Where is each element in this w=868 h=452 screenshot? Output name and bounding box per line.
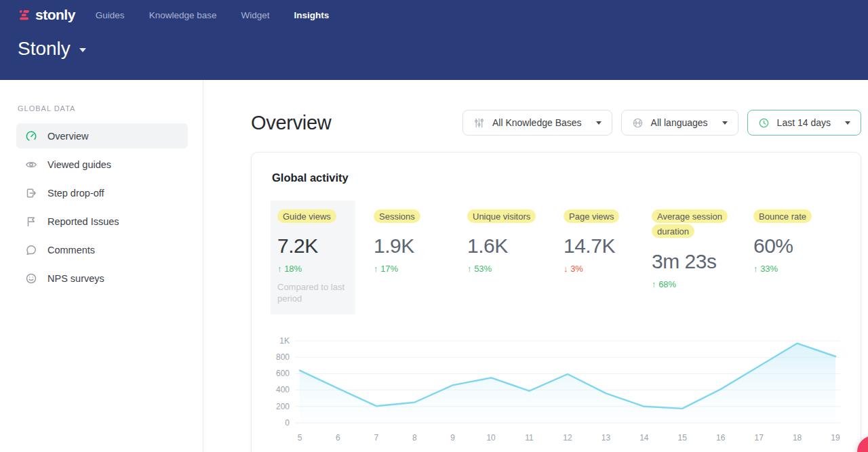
globe-icon bbox=[632, 117, 644, 129]
metric-change: ↑ 17% bbox=[374, 264, 467, 274]
metric-avg-session-duration[interactable]: Average session duration 3m 23s ↑ 68% bbox=[652, 201, 753, 314]
arrow-up-icon: ↑ bbox=[652, 279, 656, 289]
sidebar: GLOBAL DATA Overview Viewed guides bbox=[0, 80, 203, 452]
metric-change: ↑ 53% bbox=[467, 264, 564, 274]
workspace-selector[interactable]: Stonly bbox=[0, 23, 868, 60]
x-tick-label: 10 bbox=[486, 433, 495, 443]
chevron-down-icon bbox=[845, 121, 850, 125]
nav-link-guides[interactable]: Guides bbox=[96, 10, 125, 20]
x-tick-label: 7 bbox=[374, 433, 379, 443]
card-title: Global activity bbox=[272, 171, 840, 184]
y-tick-label: 1K bbox=[279, 336, 290, 346]
gauge-icon bbox=[25, 130, 37, 142]
metrics-row: Guide views 7.2K ↑ 18% Compared to last … bbox=[271, 201, 840, 314]
sidebar-item-label: Reported Issues bbox=[47, 216, 119, 227]
comment-icon bbox=[25, 244, 37, 256]
sidebar-item-label: Comments bbox=[47, 245, 95, 255]
workspace-name: Stonly bbox=[18, 38, 71, 60]
eye-icon bbox=[25, 159, 37, 171]
date-range-dropdown[interactable]: Last 14 days bbox=[747, 110, 861, 136]
stonly-logo-text: stonly bbox=[35, 7, 75, 23]
metric-label: Bounce rate bbox=[753, 209, 812, 223]
nav-link-widget[interactable]: Widget bbox=[241, 10, 269, 20]
nav-link-knowledge-base[interactable]: Knowledge base bbox=[149, 10, 217, 20]
page-title: Overview bbox=[251, 112, 331, 134]
smiley-icon bbox=[25, 272, 37, 285]
metric-page-views[interactable]: Page views 14.7K ↓ 3% bbox=[564, 201, 652, 314]
metric-change: ↑ 68% bbox=[652, 279, 753, 289]
sidebar-item-comments[interactable]: Comments bbox=[16, 237, 188, 262]
metric-sessions[interactable]: Sessions 1.9K ↑ 17% bbox=[374, 201, 467, 314]
sliders-icon bbox=[473, 117, 485, 129]
sidebar-item-step-drop-off[interactable]: Step drop-off bbox=[16, 180, 188, 205]
x-tick-label: 12 bbox=[563, 433, 572, 443]
stonly-logo[interactable]: stonly bbox=[18, 7, 75, 23]
chevron-down-icon bbox=[79, 48, 86, 52]
sidebar-item-label: Step drop-off bbox=[47, 188, 104, 199]
chevron-down-icon bbox=[722, 121, 728, 125]
arrow-up-icon: ↑ bbox=[374, 264, 378, 274]
metric-value: 7.2K bbox=[277, 234, 349, 258]
sidebar-item-reported-issues[interactable]: Reported Issues bbox=[16, 209, 188, 234]
main-content: Overview All Knowledge Bases bbox=[203, 80, 868, 452]
metric-guide-views[interactable]: Guide views 7.2K ↑ 18% Compared to last … bbox=[271, 201, 355, 314]
metric-label: Guide views bbox=[277, 209, 336, 223]
dropdown-value: Last 14 days bbox=[777, 117, 831, 128]
y-tick-label: 200 bbox=[276, 402, 290, 411]
x-tick-label: 17 bbox=[754, 433, 763, 443]
metric-value: 1.9K bbox=[374, 234, 467, 258]
activity-chart[interactable]: 1K8006004002000 567891011121314151617181… bbox=[272, 337, 840, 444]
arrow-up-icon: ↑ bbox=[753, 264, 758, 274]
y-tick-label: 0 bbox=[285, 418, 290, 428]
x-tick-label: 11 bbox=[525, 433, 533, 443]
filters-bar: All Knowledge Bases All languages bbox=[462, 110, 861, 136]
metric-value: 60% bbox=[753, 234, 840, 258]
chevron-down-icon bbox=[596, 121, 601, 125]
y-tick-label: 400 bbox=[276, 385, 290, 394]
metric-label: Unique visitors bbox=[467, 209, 536, 223]
languages-dropdown[interactable]: All languages bbox=[621, 110, 738, 136]
x-tick-label: 9 bbox=[450, 433, 455, 443]
knowledge-bases-dropdown[interactable]: All Knowledge Bases bbox=[462, 110, 612, 136]
x-tick-label: 15 bbox=[678, 433, 687, 443]
activity-chart-svg bbox=[295, 337, 840, 426]
metric-value: 1.6K bbox=[467, 234, 564, 258]
x-tick-label: 16 bbox=[716, 433, 725, 443]
step-exit-icon bbox=[25, 187, 37, 199]
chart-y-axis: 1K8006004002000 bbox=[272, 337, 295, 426]
sidebar-item-label: Viewed guides bbox=[47, 159, 111, 170]
metric-label: Average session duration bbox=[652, 209, 728, 239]
x-tick-label: 19 bbox=[831, 433, 840, 443]
x-tick-label: 18 bbox=[793, 433, 802, 443]
metric-unique-visitors[interactable]: Unique visitors 1.6K ↑ 53% bbox=[467, 201, 564, 314]
metric-change: ↓ 3% bbox=[564, 264, 652, 274]
chart-x-axis: 5678910111213141516171819 bbox=[295, 433, 840, 444]
sidebar-item-label: Overview bbox=[47, 131, 88, 142]
x-tick-label: 13 bbox=[601, 433, 610, 443]
top-header: stonly Guides Knowledge base Widget Insi… bbox=[0, 0, 868, 80]
sidebar-item-nps-surveys[interactable]: NPS surveys bbox=[16, 266, 188, 291]
x-tick-label: 5 bbox=[298, 433, 302, 443]
x-tick-label: 6 bbox=[336, 433, 340, 443]
metric-bounce-rate[interactable]: Bounce rate 60% ↑ 33% bbox=[753, 201, 840, 314]
sidebar-item-overview[interactable]: Overview bbox=[16, 123, 188, 148]
metric-change: ↑ 18% bbox=[277, 264, 349, 274]
sidebar-item-viewed-guides[interactable]: Viewed guides bbox=[16, 152, 188, 177]
flag-icon bbox=[25, 215, 37, 228]
arrow-up-icon: ↑ bbox=[467, 264, 472, 274]
clock-icon bbox=[758, 117, 770, 129]
metric-change: ↑ 33% bbox=[753, 264, 840, 274]
global-activity-card: Global activity Guide views 7.2K ↑ 18% C… bbox=[251, 152, 861, 452]
metric-value: 14.7K bbox=[564, 234, 652, 258]
sidebar-item-label: NPS surveys bbox=[47, 273, 104, 284]
arrow-up-icon: ↑ bbox=[277, 264, 282, 274]
x-tick-label: 8 bbox=[412, 433, 417, 443]
y-tick-label: 800 bbox=[276, 352, 290, 362]
metric-note: Compared to last period bbox=[277, 281, 349, 305]
top-nav: stonly Guides Knowledge base Widget Insi… bbox=[0, 0, 868, 23]
metric-label: Sessions bbox=[374, 209, 420, 223]
metric-label: Page views bbox=[564, 209, 619, 223]
nav-link-insights[interactable]: Insights bbox=[294, 10, 329, 20]
dropdown-value: All Knowledge Bases bbox=[492, 117, 582, 128]
arrow-down-icon: ↓ bbox=[564, 264, 568, 274]
